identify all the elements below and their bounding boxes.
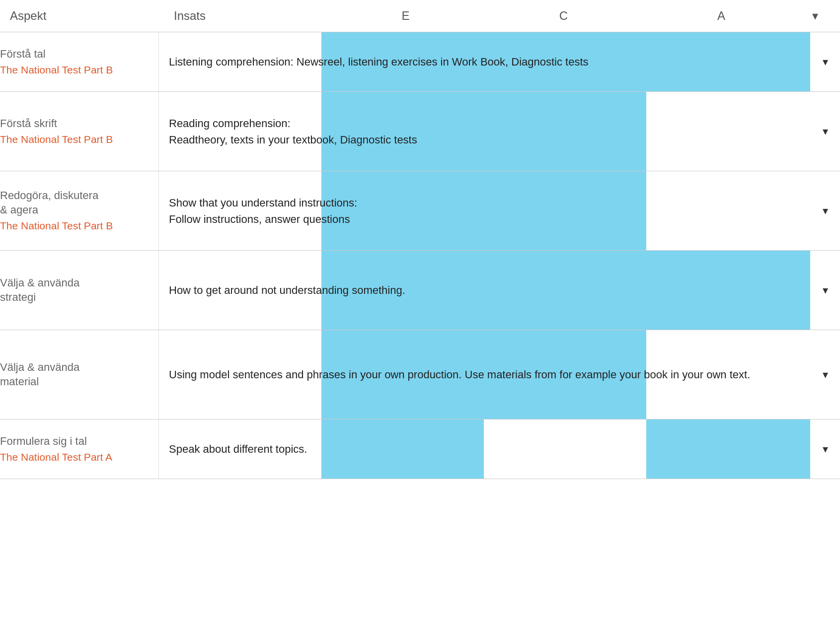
seg-e xyxy=(321,251,484,330)
seg-a xyxy=(646,330,810,419)
bg-segments xyxy=(159,419,810,479)
seg-a xyxy=(646,251,810,330)
seg-a xyxy=(646,171,810,250)
content-area: Show that you understand instructions:Fo… xyxy=(159,171,810,250)
table-row: Förstå tal The National Test Part B List… xyxy=(0,32,840,92)
table-header: Aspekt Insats E C A ▾ xyxy=(0,0,840,32)
chevron-button[interactable]: ▾ xyxy=(810,330,840,419)
chevron-button[interactable]: ▾ xyxy=(810,32,840,91)
seg-c xyxy=(484,419,646,479)
aspect-cell: Förstå tal The National Test Part B xyxy=(0,32,159,91)
chevron-button[interactable]: ▾ xyxy=(810,251,840,330)
bg-segments xyxy=(159,92,810,171)
aspect-name: Förstå tal xyxy=(0,47,149,62)
header-insats: Insats xyxy=(169,9,327,23)
aspect-name: Formulera sig i tal xyxy=(0,434,149,449)
header-c: C xyxy=(485,9,643,23)
seg-a xyxy=(646,32,810,91)
table-row: Formulera sig i tal The National Test Pa… xyxy=(0,419,840,479)
table-row: Välja & användastrategi How to get aroun… xyxy=(0,251,840,330)
seg-c xyxy=(484,330,646,419)
seg-c xyxy=(484,171,646,250)
content-area: How to get around not understanding some… xyxy=(159,251,810,330)
chevron-button[interactable]: ▾ xyxy=(810,92,840,171)
content-area: Reading comprehension:Readtheory, texts … xyxy=(159,92,810,171)
seg-e xyxy=(321,171,484,250)
seg-c xyxy=(484,32,646,91)
seg-c xyxy=(484,92,646,171)
table-row: Förstå skrift The National Test Part B R… xyxy=(0,92,840,171)
seg-insats xyxy=(159,171,321,250)
seg-a xyxy=(646,92,810,171)
aspect-name: Redogöra, diskutera& agera xyxy=(0,189,149,217)
aspect-cell: Redogöra, diskutera& agera The National … xyxy=(0,171,159,250)
table-row: Redogöra, diskutera& agera The National … xyxy=(0,171,840,251)
seg-insats xyxy=(159,32,321,91)
table-row: Välja & användamaterial Using model sent… xyxy=(0,330,840,419)
main-table: Aspekt Insats E C A ▾ Förstå tal The Nat… xyxy=(0,0,840,627)
bg-segments xyxy=(159,32,810,91)
seg-e xyxy=(321,330,484,419)
aspect-cell: Välja & användastrategi xyxy=(0,251,159,330)
seg-insats xyxy=(159,330,321,419)
bg-segments xyxy=(159,171,810,250)
seg-insats xyxy=(159,92,321,171)
header-e: E xyxy=(327,9,485,23)
aspect-link[interactable]: The National Test Part B xyxy=(0,133,149,146)
header-chevron: ▾ xyxy=(800,9,830,23)
aspect-name: Välja & användastrategi xyxy=(0,276,149,304)
aspect-cell: Formulera sig i tal The National Test Pa… xyxy=(0,419,159,479)
content-area: Listening comprehension: Newsreel, liste… xyxy=(159,32,810,91)
header-a: A xyxy=(642,9,800,23)
aspect-name: Förstå skrift xyxy=(0,117,149,131)
aspect-cell: Förstå skrift The National Test Part B xyxy=(0,92,159,171)
seg-e xyxy=(321,419,484,479)
aspect-link[interactable]: The National Test Part A xyxy=(0,450,149,464)
bg-segments xyxy=(159,251,810,330)
content-area: Using model sentences and phrases in you… xyxy=(159,330,810,419)
content-area: Speak about different topics. xyxy=(159,419,810,479)
aspect-link[interactable]: The National Test Part B xyxy=(0,219,149,232)
seg-c xyxy=(484,251,646,330)
seg-e xyxy=(321,92,484,171)
chevron-button[interactable]: ▾ xyxy=(810,171,840,250)
bg-segments xyxy=(159,330,810,419)
aspect-cell: Välja & användamaterial xyxy=(0,330,159,419)
seg-insats xyxy=(159,251,321,330)
chevron-button[interactable]: ▾ xyxy=(810,419,840,479)
seg-a xyxy=(646,419,810,479)
aspect-link[interactable]: The National Test Part B xyxy=(0,63,149,76)
aspect-name: Välja & användamaterial xyxy=(0,360,149,389)
seg-e xyxy=(321,32,484,91)
seg-insats xyxy=(159,419,321,479)
header-aspekt: Aspekt xyxy=(10,9,169,23)
